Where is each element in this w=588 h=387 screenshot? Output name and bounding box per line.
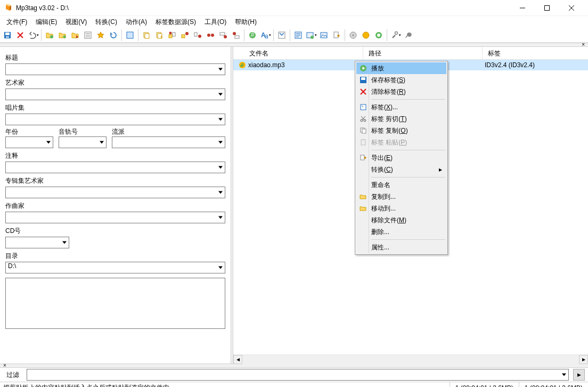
tb-web-source-icon[interactable]	[360, 29, 372, 42]
tb-discogs-icon[interactable]	[347, 29, 360, 42]
filter-run-button[interactable]: ▶	[573, 369, 585, 381]
titlebar: Mp3tag v3.02 - D:\	[0, 0, 588, 16]
menu-convert[interactable]: 转换(C)	[91, 17, 121, 28]
tb-autonumber-icon[interactable]: #	[246, 29, 259, 42]
filter-input[interactable]	[27, 369, 569, 381]
tb-tag-sources-icon[interactable]: ▾	[305, 29, 317, 42]
menu-file[interactable]: 文件(F)	[2, 17, 31, 28]
tb-move-icon[interactable]	[153, 29, 166, 42]
cell-filename: xiaodao.mp3	[248, 61, 285, 69]
tb-musicbrainz-icon[interactable]	[372, 29, 385, 42]
list-hscroll[interactable]: ◀ ▶	[233, 354, 588, 364]
field-album[interactable]	[5, 114, 225, 125]
tb-export-icon[interactable]	[330, 29, 343, 42]
tb-select-all-icon[interactable]	[124, 29, 136, 42]
col-path[interactable]: 路径	[363, 47, 483, 59]
tb-favorite-icon[interactable]	[94, 29, 107, 42]
tb-save-icon[interactable]	[1, 29, 14, 42]
save-icon	[358, 75, 368, 85]
menu-edit[interactable]: 编辑(E)	[31, 17, 61, 28]
ctx-save-tag[interactable]: 保存标签(S)	[356, 74, 446, 86]
panel-gripper-top[interactable]: ×	[0, 43, 588, 47]
tb-copy-icon[interactable]	[140, 29, 153, 42]
col-filename[interactable]: 文件名	[244, 47, 363, 59]
field-directory[interactable]: D:\	[5, 262, 225, 273]
scroll-left-icon[interactable]: ◀	[233, 355, 242, 364]
ctx-cut[interactable]: 标签 剪切(T)	[356, 113, 446, 125]
list-body[interactable]: xiaodao.mp3 ID3v2.4 (ID3v2.4) 播放 保存标签(S)	[233, 60, 588, 354]
ctx-play[interactable]: 播放	[356, 62, 446, 74]
svg-rect-23	[235, 36, 239, 38]
folder-move-icon	[358, 204, 368, 213]
menu-view[interactable]: 视图(V)	[61, 17, 91, 28]
field-artist[interactable]	[5, 88, 225, 100]
tb-text2tag-icon[interactable]	[217, 29, 230, 42]
col-tag[interactable]: 标签	[483, 47, 588, 59]
filter-close-x-icon[interactable]: ×	[3, 364, 6, 368]
ctx-move-to[interactable]: 移动到...	[356, 203, 446, 214]
status-selection: 1 (00:04:01 | 3.6MB)	[450, 382, 519, 387]
tb-extended-tags-icon[interactable]	[292, 29, 305, 42]
tb-folder-play-icon[interactable]	[69, 29, 81, 42]
ctx-clear-tag[interactable]: 清除标签(R)	[356, 86, 446, 98]
tb-playlist-icon[interactable]	[81, 29, 94, 42]
ctx-export[interactable]: 导出(E)	[356, 152, 446, 164]
tb-file2tag-icon[interactable]	[191, 29, 204, 42]
menu-tools[interactable]: 工具(O)	[200, 17, 231, 28]
ctx-rename[interactable]: 重命名	[356, 179, 446, 191]
ctx-delete[interactable]: 删除...	[356, 226, 446, 238]
svg-rect-12	[173, 33, 175, 36]
file-list-panel: 文件名 路径 标签 xiaodao.mp3 ID3v2.4 (ID3v2.4) …	[233, 47, 588, 364]
filter-label: 过滤	[3, 370, 22, 380]
menu-tagsrc[interactable]: 标签数据源(S)	[151, 17, 200, 28]
tb-tag2file-2-icon[interactable]	[178, 29, 191, 42]
ctx-properties[interactable]: 属性...	[356, 241, 446, 253]
field-year[interactable]	[5, 136, 53, 148]
tb-tools-icon[interactable]: ▾	[389, 29, 402, 42]
ctx-convert[interactable]: 转换(C)▶	[356, 164, 446, 175]
minimize-button[interactable]	[510, 0, 535, 16]
field-comment[interactable]	[5, 162, 225, 173]
tb-actions-icon[interactable]	[275, 29, 288, 42]
field-genre[interactable]	[112, 136, 225, 148]
ctx-tag[interactable]: 标签(X)...	[356, 101, 446, 113]
panel-close-x-icon[interactable]: ×	[582, 43, 585, 47]
scroll-right-icon[interactable]: ▶	[579, 355, 588, 364]
menu-help[interactable]: 帮助(H)	[231, 17, 261, 28]
window-title: Mp3tag v3.02 - D:\	[16, 4, 69, 12]
svg-point-22	[233, 32, 236, 35]
label-genre: 流派	[112, 128, 125, 135]
tb-options-icon[interactable]	[402, 29, 414, 42]
maximize-button[interactable]	[535, 0, 559, 16]
svg-point-17	[198, 35, 201, 38]
field-cdno[interactable]	[5, 237, 69, 248]
tb-folder-add-icon[interactable]	[56, 29, 69, 42]
tb-folder-open-icon[interactable]	[43, 29, 56, 42]
cover-art-box[interactable]	[5, 278, 225, 329]
ctx-copy[interactable]: 标签 复制(O)	[356, 125, 446, 136]
tb-refresh-icon[interactable]	[107, 29, 120, 42]
field-track[interactable]	[59, 136, 107, 148]
svg-rect-8	[145, 34, 149, 38]
tb-actions-quick-icon[interactable]: Aa▾	[259, 29, 272, 42]
tb-undo-icon[interactable]: ▾	[27, 29, 39, 42]
play-icon	[358, 63, 368, 73]
ctx-remove-file[interactable]: 移除文件(M)	[356, 214, 446, 226]
filter-gripper[interactable]: ×	[0, 364, 588, 368]
tb-delete-icon[interactable]	[14, 29, 27, 42]
label-track: 音轨号	[59, 128, 78, 135]
context-menu: 播放 保存标签(S) 清除标签(R) 标签(X)... 标签 剪切(T	[355, 61, 448, 255]
field-albumartist[interactable]	[5, 187, 225, 198]
tb-tag2text-icon[interactable]	[230, 29, 242, 42]
tb-tag2file-1-icon[interactable]	[166, 29, 178, 42]
close-button[interactable]	[559, 0, 584, 16]
menu-action[interactable]: 动作(A)	[121, 17, 151, 28]
ctx-copy-to[interactable]: 复制到...	[356, 191, 446, 203]
tb-cover-sources-icon[interactable]	[317, 29, 330, 42]
label-album: 唱片集	[5, 103, 225, 112]
list-header: 文件名 路径 标签	[233, 47, 588, 60]
field-composer[interactable]	[5, 212, 225, 223]
svg-rect-50	[362, 139, 364, 140]
tb-tag2tag-icon[interactable]	[204, 29, 217, 42]
field-title[interactable]	[5, 63, 225, 75]
